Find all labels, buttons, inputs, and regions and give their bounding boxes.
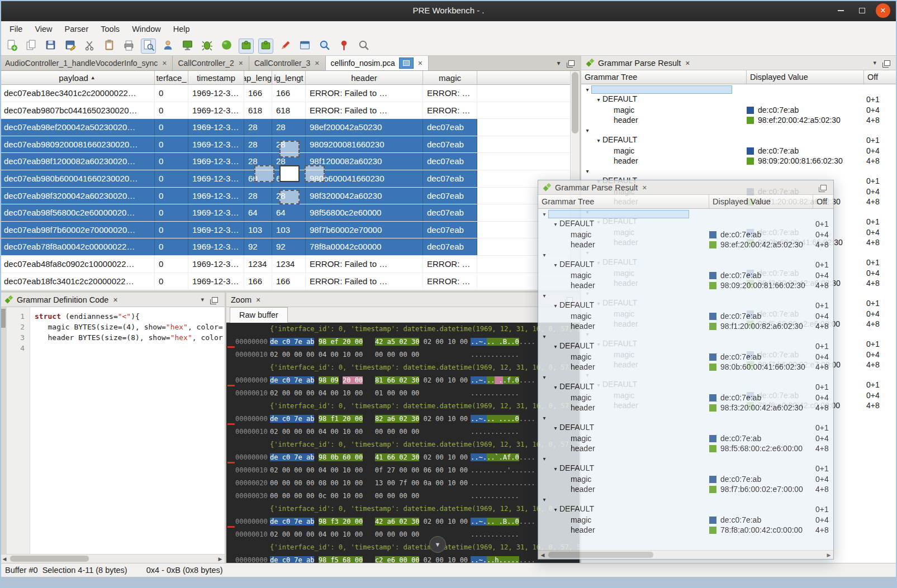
hex-row[interactable]: 0000001002 00 00 00 04 00 10 00 00 00 00… — [226, 426, 580, 438]
table-row[interactable]: dec07eab18fc3401c2c20000022…01969-12-3…1… — [0, 273, 580, 290]
hex-row[interactable]: 0000001002 00 00 00 04 00 10 00 00 00 00… — [226, 528, 580, 541]
minimize-button[interactable] — [833, 3, 848, 18]
table-row[interactable]: dec07eab98ef200042a50230020…01969-12-3…2… — [0, 119, 580, 136]
scrollbar-thumb[interactable] — [10, 556, 89, 562]
tab-detach-button[interactable] — [566, 56, 580, 70]
parse-all-button[interactable] — [258, 39, 273, 54]
window-button[interactable] — [297, 39, 312, 54]
tree-row-header[interactable]: header98:f3:20:00:42:a6:02:304+8 — [538, 403, 833, 413]
close-button[interactable]: × — [876, 3, 890, 18]
panel-float-icon[interactable] — [212, 297, 218, 303]
tree-row-header[interactable]: header98:09:20:00:81:66:02:304+8 — [581, 156, 897, 166]
column-header-terface-[interactable]: terface_ — [155, 71, 188, 84]
tree-row-default[interactable]: ▾DEFAULT0+1 — [581, 94, 897, 104]
floating-horizontal-scrollbar[interactable]: ◀ ▶ — [538, 550, 833, 559]
hex-row[interactable]: 00000000de c0 7e ab 98 f5 68 00 c2 e6 00… — [226, 554, 580, 563]
scroll-right-icon[interactable]: ▶ — [824, 552, 833, 558]
hex-row[interactable]: 00000000de c0 7e ab 98 0b 60 00 41 66 02… — [226, 451, 580, 464]
open-parse-result-button[interactable] — [141, 39, 156, 54]
tab-close-icon[interactable]: × — [238, 59, 244, 68]
tree-row-default[interactable]: ▾DEFAULT0+1 — [538, 504, 833, 514]
menu-file[interactable]: File — [3, 23, 29, 35]
tree-row-header[interactable]: header98:09:20:00:81:66:02:304+8 — [538, 280, 833, 290]
table-row[interactable]: dec07eab98f56800c2e60000020…01969-12-3…6… — [0, 204, 580, 222]
tree-row-default[interactable]: ▾DEFAULT0+1 — [538, 300, 833, 310]
hex-row[interactable]: 00000000de c0 7e ab 98 f3 20 00 42 a6 02… — [226, 515, 580, 528]
tab-raw-buffer[interactable]: Raw buffer — [230, 307, 288, 323]
tree-row-root[interactable]: ▾ — [538, 453, 833, 463]
column-header-header[interactable]: header — [306, 71, 423, 84]
table-row[interactable]: dec07eab18ec3401c2c20000022…01969-12-3…1… — [0, 85, 580, 102]
tree-row-magic[interactable]: magicde:c0:7e:ab0+4 — [538, 393, 833, 403]
tree-row-magic[interactable]: magicde:c0:7e:ab0+4 — [581, 105, 897, 115]
panel-close-icon[interactable]: × — [256, 295, 260, 304]
cut-button[interactable] — [82, 39, 97, 54]
hex-row[interactable]: 0000001002 00 00 00 04 00 10 00 01 00 00… — [226, 387, 580, 400]
floating-parse-result-panel[interactable]: Grammar Parse Result × Grammar TreeDispl… — [538, 180, 834, 560]
column-header-ig-lengt[interactable]: ig_lengt — [272, 71, 306, 84]
tree-row-default[interactable]: ▾DEFAULT0+1 — [538, 341, 833, 351]
tab-callcontroller-3[interactable]: CallController_3× — [249, 56, 326, 70]
hex-row[interactable]: 0000001002 00 00 00 04 00 10 00 00 00 00… — [226, 348, 580, 361]
tree-column-off[interactable]: Off — [864, 70, 897, 84]
table-row[interactable]: dec07eab9807bc0441650230020…01969-12-3…6… — [0, 102, 580, 119]
marker-button[interactable] — [278, 39, 293, 54]
screenshot-button[interactable] — [180, 39, 195, 54]
hex-row[interactable]: 00000000de c0 7e ab 98 ef 20 00 42 a5 02… — [226, 336, 580, 348]
tree-column-off[interactable]: Off — [813, 195, 834, 208]
column-header-magic[interactable]: magic — [423, 71, 477, 84]
tree-row-default[interactable]: ▾DEFAULT0+1 — [538, 463, 833, 474]
tab-close-icon[interactable]: × — [162, 59, 167, 68]
tab-list-button[interactable]: ▾ — [552, 56, 566, 70]
hex-row[interactable]: 00000000de c0 7e ab 98 09 20 00 81 66 02… — [226, 374, 580, 387]
table-row[interactable]: dec07eab78f8a00042c00000022…01969-12-3…9… — [0, 238, 580, 256]
menu-tools[interactable]: Tools — [94, 23, 126, 35]
tree-column-grammar-tree[interactable]: Grammar Tree — [581, 70, 747, 84]
tree-column-grammar-tree[interactable]: Grammar Tree — [538, 195, 709, 208]
panel-close-icon[interactable]: × — [642, 183, 647, 192]
tree-column-displayed-value[interactable]: Displayed Value — [747, 70, 864, 84]
scrollbar-thumb[interactable] — [572, 72, 578, 133]
tree-column-displayed-value[interactable]: Displayed Value — [709, 195, 813, 208]
tree-row-root[interactable]: ▾ — [538, 494, 833, 504]
scroll-left-icon[interactable]: ◀ — [538, 552, 547, 558]
tree-row-root[interactable]: ▾ — [581, 125, 897, 135]
tree-row-root[interactable]: ▾ — [538, 331, 833, 341]
menu-view[interactable]: View — [29, 23, 58, 35]
tree-row-header[interactable]: header98:f5:68:00:c2:e6:00:004+8 — [538, 443, 833, 453]
tree-row-root[interactable]: ▾ — [538, 209, 833, 219]
tab-close-icon[interactable]: × — [314, 59, 320, 68]
tree-row-magic[interactable]: magicde:c0:7e:ab0+4 — [538, 433, 833, 443]
copy-document-button[interactable] — [23, 39, 39, 54]
code-lines[interactable]: struct (endianness="<"){ magic BYTES(siz… — [30, 307, 225, 554]
table-row[interactable]: dec07eab48fa8c0902c10000022…01969-12-3…1… — [0, 256, 580, 273]
hex-scroll-down-button[interactable]: ▼ — [429, 536, 446, 553]
parse-result-panel-header[interactable]: Grammar Parse Result × ▾ — [581, 56, 897, 70]
tree-row-header[interactable]: header98:ef:20:00:42:a5:02:304+8 — [538, 240, 833, 250]
hex-row[interactable]: 0000001002 00 00 00 04 00 10 00 0f 27 00… — [226, 464, 580, 477]
run-button[interactable] — [219, 39, 234, 54]
tree-row-default[interactable]: ▾DEFAULT0+1 — [538, 260, 833, 270]
tree-row-magic[interactable]: magicde:c0:7e:ab0+4 — [538, 230, 833, 240]
user-button[interactable] — [160, 39, 175, 54]
tree-row-magic[interactable]: magicde:c0:7e:ab0+4 — [538, 474, 833, 484]
hex-row[interactable]: 00000000de c0 7e ab 98 f1 20 00 82 a6 02… — [226, 413, 580, 426]
panel-close-icon[interactable]: × — [113, 295, 117, 304]
column-header-timestamp[interactable]: timestamp — [188, 71, 244, 84]
table-row[interactable]: dec07eab98f7b60002e70000020…01969-12-3…1… — [0, 222, 580, 239]
scrollbar-thumb[interactable] — [548, 552, 653, 558]
tree-row-default[interactable]: ▾DEFAULT0+1 — [538, 382, 833, 392]
parse-button[interactable] — [239, 39, 254, 54]
tree-row-magic[interactable]: magicde:c0:7e:ab0+4 — [538, 352, 833, 362]
hex-row[interactable]: 0000002000 00 00 00 08 00 10 00 13 00 7f… — [226, 477, 580, 490]
tree-row-header[interactable]: header98:ef:20:00:42:a5:02:304+8 — [581, 115, 897, 125]
tree-row-root[interactable]: ▾ — [538, 250, 833, 260]
grammar-code-panel-header[interactable]: Grammar Definition Code × ▾ — [0, 293, 225, 307]
tree-row-header[interactable]: header98:f1:20:00:82:a6:02:304+8 — [538, 321, 833, 331]
tree-row-default[interactable]: ▾DEFAULT0+1 — [538, 219, 833, 229]
column-header-ap-lengt[interactable]: ap_lengt — [244, 71, 272, 84]
zoom-panel-header[interactable]: Zoom × — [226, 293, 580, 307]
print-button[interactable] — [121, 39, 136, 54]
menu-help[interactable]: Help — [167, 23, 196, 35]
titlebar[interactable]: PRE Workbench - . × — [0, 0, 897, 21]
